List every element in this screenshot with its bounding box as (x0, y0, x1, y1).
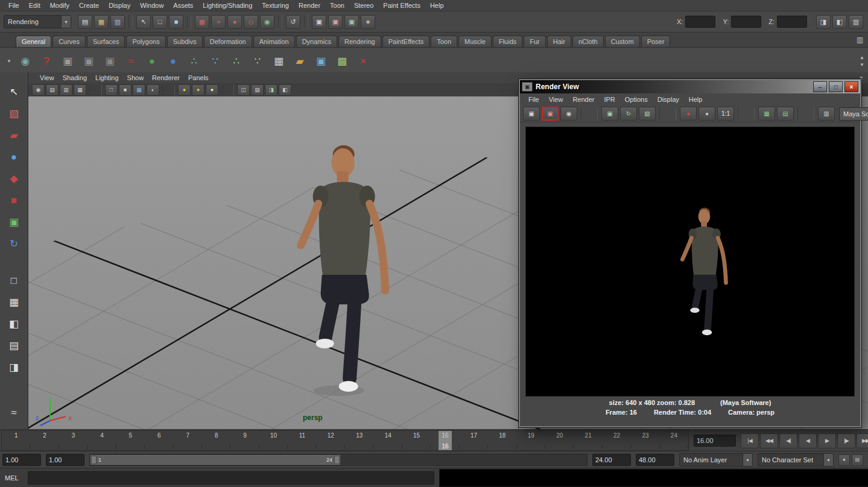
redo-previous-render-icon[interactable]: ▣ (542, 107, 559, 121)
minimize-button[interactable]: – (813, 81, 827, 92)
frame-number[interactable]: 18 (488, 431, 516, 450)
frame-number[interactable]: 11 (288, 431, 316, 450)
render-view-menu-item[interactable]: View (544, 95, 568, 104)
render-view-menu-item[interactable]: File (524, 95, 544, 104)
shelf-scroll-down-icon[interactable]: ▼ (860, 62, 864, 68)
bookmarks-icon[interactable]: ▥ (60, 84, 72, 96)
spreadsheet-icon[interactable]: ▦ (270, 52, 288, 70)
menu-item[interactable]: Help (425, 1, 449, 10)
shelf-tab[interactable]: Polygons (126, 36, 165, 47)
frame-number[interactable]: 20 (545, 431, 574, 450)
render-view-window[interactable]: ▣ Render View – □ × FileViewRenderIPROpt… (519, 79, 861, 427)
shading-network-icon[interactable]: ∵ (206, 52, 224, 70)
keep-image-icon[interactable]: ▦ (758, 107, 775, 121)
snap-plane-icon[interactable]: ◇ (244, 15, 258, 29)
camera-aim-icon[interactable]: ▣ (80, 52, 98, 70)
render-current-frame-icon[interactable]: ▣ (328, 15, 343, 29)
range-start-handle[interactable] (91, 456, 97, 464)
frame-number[interactable]: 6 (145, 431, 173, 450)
frame-number[interactable]: 9 (230, 431, 259, 450)
ipr-render-icon[interactable]: ▣ (344, 15, 359, 29)
render-view-titlebar[interactable]: ▣ Render View – □ × (520, 80, 860, 93)
panel-menu-item[interactable]: View (36, 74, 59, 82)
frame-number[interactable]: 16 (431, 431, 459, 450)
current-time-field[interactable]: 16.00 (694, 435, 736, 447)
range-slider-track[interactable]: 1 24 (89, 454, 588, 466)
command-output[interactable] (439, 469, 868, 487)
paint-effects-brush-icon[interactable]: ≈ (122, 52, 140, 70)
display-real-size-icon[interactable]: 1:1 (717, 107, 734, 121)
frame-number[interactable]: 8 (202, 431, 230, 450)
construction-history-icon[interactable]: ↺ (286, 15, 300, 29)
trash-icon[interactable]: ▥ (857, 36, 863, 44)
panel-menu-item[interactable]: Panels (184, 74, 213, 82)
snap-curve-icon[interactable]: ≈ (211, 15, 226, 29)
two-sided-lighting-icon[interactable]: ● (206, 84, 218, 96)
open-render-view-icon[interactable]: ▣ (312, 15, 326, 29)
split-bottom-layout-icon[interactable]: ▤ (4, 336, 24, 356)
step-forward-key-button[interactable]: ▶▶ (857, 433, 868, 448)
render-view-menu-item[interactable]: Render (568, 95, 599, 104)
show-attribute-editor-icon[interactable]: ◨ (816, 15, 831, 29)
rgb-channels-icon[interactable]: ● (680, 107, 697, 121)
animation-end-field[interactable]: 48.00 (636, 454, 674, 466)
select-object-icon[interactable]: □ (153, 15, 167, 29)
container-icon[interactable]: ▣ (312, 52, 330, 70)
sever-brush-icon[interactable]: × (354, 52, 372, 70)
xray-icon[interactable]: ▨ (251, 84, 264, 96)
separator[interactable] (162, 85, 175, 95)
frame-number[interactable]: 17 (460, 431, 488, 450)
gate-mask-icon[interactable]: ◧ (279, 84, 291, 96)
menu-item[interactable]: Window (135, 1, 168, 10)
new-scene-icon[interactable]: ▤ (78, 15, 92, 29)
save-scene-icon[interactable]: ▥ (110, 15, 125, 29)
step-back-key-button[interactable]: ◀◀ (760, 433, 778, 448)
panel-menu-item[interactable]: Shading (59, 74, 91, 82)
marquee-select-tool-icon[interactable]: ▧ (4, 104, 24, 124)
range-slider-bar[interactable]: 1 24 (90, 455, 340, 465)
character-model[interactable] (301, 145, 385, 392)
animation-preferences-icon[interactable]: ▤ (852, 454, 863, 466)
playback-end-field[interactable]: 24.00 (592, 454, 631, 466)
render-view-menu-item[interactable]: Options (620, 95, 653, 104)
universal-manipulator-tool-icon[interactable]: ▣ (4, 212, 24, 232)
separator[interactable] (304, 15, 308, 28)
character-set-selector[interactable]: No Character Set ▾ (758, 453, 834, 467)
maximize-button[interactable]: □ (829, 81, 843, 92)
shelf-tab[interactable]: Hair (547, 36, 571, 47)
frame-number[interactable]: 4 (87, 431, 116, 450)
menu-item[interactable]: Lighting/Shading (198, 1, 257, 10)
shelf-tab[interactable]: nCloth (572, 36, 604, 47)
frame-number[interactable]: 2 (30, 431, 59, 450)
wireframe-mode-icon[interactable]: □ (105, 84, 118, 96)
soft-select-tool-icon[interactable]: ● (4, 147, 24, 167)
timeline-ruler[interactable]: 16 1234567891011121314151617181920212223… (1, 430, 689, 451)
menu-item[interactable]: Paint Effects (378, 1, 425, 10)
z-input[interactable] (777, 16, 807, 28)
pencil-curve-tool-icon[interactable]: ≈ (4, 403, 24, 423)
command-input[interactable] (28, 471, 434, 485)
shelf-tab[interactable]: Fluids (493, 36, 522, 47)
frame-number[interactable]: 19 (517, 431, 545, 450)
menu-item[interactable]: Create (74, 1, 104, 10)
single-pane-layout-icon[interactable]: □ (4, 271, 24, 291)
menu-item[interactable]: Modify (45, 1, 74, 10)
move-tool-icon[interactable]: ◆ (4, 169, 24, 189)
utility-node-icon[interactable]: ∴ (227, 52, 246, 70)
frame-number[interactable]: 7 (174, 431, 202, 450)
frame-number[interactable]: 22 (603, 431, 631, 450)
menu-item[interactable]: Texturing (257, 1, 294, 10)
play-forwards-button[interactable]: ▶ (818, 433, 836, 448)
show-channel-box-icon[interactable]: ▥ (849, 15, 863, 29)
step-forward-frame-button[interactable]: |▶ (837, 433, 855, 448)
ipr-region-icon[interactable]: ▧ (639, 107, 656, 121)
separator[interactable] (659, 107, 676, 120)
shelf-menu-icon[interactable]: ▾ (5, 58, 13, 64)
menu-item[interactable]: Assets (168, 1, 198, 10)
shelf-tab[interactable]: Muscle (458, 36, 492, 47)
renderer-selector[interactable]: Maya Software (839, 107, 868, 121)
anim-layer-selector[interactable]: No Anim Layer ▾ (679, 453, 753, 467)
remove-image-icon[interactable]: ▤ (777, 107, 794, 121)
separator[interactable] (187, 15, 191, 28)
resolution-gate-icon[interactable]: ◨ (265, 84, 277, 96)
